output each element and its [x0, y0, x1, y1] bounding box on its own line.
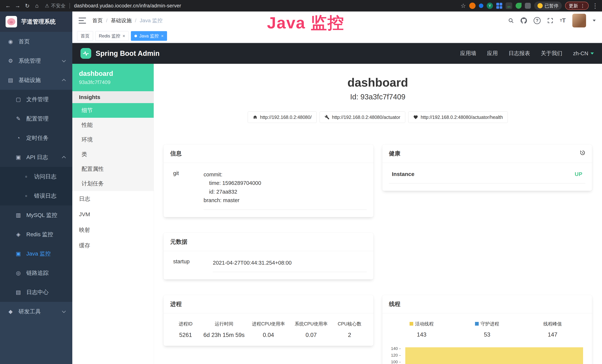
process-col-header: 运行时间	[201, 321, 247, 327]
chevron-down-icon[interactable]	[593, 20, 596, 21]
extension-icon[interactable]	[525, 3, 531, 9]
breadcrumb-infrastructure[interactable]: 基础设施	[111, 17, 132, 24]
sba-menu-mappings[interactable]: 映射	[72, 222, 154, 238]
sba-nav-journal[interactable]: 日志报表	[509, 50, 530, 57]
chart-area-band	[405, 347, 583, 364]
hamburger-icon[interactable]	[79, 18, 86, 23]
sidebar-item-label: 日志中心	[26, 289, 49, 296]
extension-icon[interactable]	[469, 3, 475, 9]
sidebar-item-error-log[interactable]: ▫ 错误日志	[0, 186, 72, 205]
actuator-url-button[interactable]: http://192.168.0.2:48080/actuator	[320, 111, 405, 123]
sidebar-item-scheduled-jobs[interactable]: ◔ 定时任务	[0, 128, 72, 148]
breadcrumb-separator: /	[135, 18, 137, 23]
font-size-icon[interactable]: TT	[560, 17, 566, 24]
sba-nav-about[interactable]: 关于我们	[541, 50, 562, 57]
sidebar-item-redis-monitor[interactable]: ◈ Redis 监控	[0, 225, 72, 244]
close-icon[interactable]: ×	[161, 33, 163, 39]
github-icon[interactable]	[521, 17, 527, 24]
sba-menu-logging[interactable]: 日志	[72, 191, 154, 207]
process-col-header: 进程CPU使用率	[247, 321, 290, 327]
update-button[interactable]: 更新 ⋮	[565, 2, 589, 10]
sidebar-item-access-log[interactable]: ▫ 访问日志	[0, 167, 72, 186]
extension-icon[interactable]: Y	[487, 3, 493, 9]
process-value: 0.04	[247, 332, 290, 338]
avatar[interactable]	[572, 14, 586, 27]
sba-main: dashboard Id: 93a3fc7f7409 http://192.16…	[154, 64, 602, 364]
sba-menu-jvm[interactable]: JVM	[72, 207, 154, 222]
sidebar-item-file-management[interactable]: ▢ 文件管理	[0, 90, 72, 109]
sba-menu-scheduled-tasks[interactable]: 计划任务	[72, 176, 154, 191]
sidebar-item-log-center[interactable]: ▤ 日志中心	[0, 283, 72, 302]
sidebar-item-api-log[interactable]: ▣ API 日志	[0, 148, 72, 167]
sba-header: Spring Boot Admin 应用墙 应用 日志报表 关于我们 zh-CN	[72, 43, 602, 64]
browser-forward-icon[interactable]: →	[13, 1, 22, 10]
sidebar-item-system[interactable]: ⚙ 系统管理	[0, 51, 72, 70]
sba-menu-caches[interactable]: 缓存	[72, 238, 154, 253]
extension-icon[interactable]	[516, 3, 522, 9]
fullscreen-icon[interactable]	[547, 18, 553, 23]
sidebar-item-home[interactable]: ◉ 首页	[0, 32, 72, 51]
help-icon[interactable]: ?	[534, 17, 541, 24]
legend-label: 线程峰值	[543, 321, 562, 327]
sidebar-item-mysql-monitor[interactable]: ▥ MySQL 监控	[0, 205, 72, 225]
paused-badge[interactable]: 已暂停	[534, 1, 562, 10]
sidebar-item-label: 定时任务	[26, 134, 49, 142]
process-value: 2	[333, 332, 366, 338]
doc-icon: ▫	[23, 173, 30, 180]
sidebar-item-dev-tools[interactable]: ◆ 研发工具	[0, 302, 72, 321]
process-value: 6d 23h 15m 59s	[201, 332, 247, 338]
sidebar-item-label: 研发工具	[19, 308, 41, 315]
browser-bar: ← → ↻ ⌂ ⚠ 不安全 dashboard.yudao.iocoder.cn…	[0, 0, 602, 11]
locale-selector[interactable]: zh-CN	[573, 50, 594, 57]
sidebar-item-config-management[interactable]: ✎ 配置管理	[0, 109, 72, 128]
extension-icon[interactable]: on	[505, 2, 512, 9]
legend-value: 147	[520, 331, 585, 338]
sidebar-item-infrastructure[interactable]: ▤ 基础设施	[0, 70, 72, 90]
url-bar[interactable]: dashboard.yudao.iocoder.cn/infra/admin-s…	[74, 3, 181, 9]
doc-icon: ▫	[23, 193, 30, 199]
breadcrumb-home[interactable]: 首页	[92, 17, 103, 24]
search-icon[interactable]	[508, 18, 514, 23]
health-url-button[interactable]: http://192.168.0.2:48080/actuator/health	[408, 111, 508, 123]
sba-menu-environment[interactable]: 环境	[72, 132, 154, 147]
sba-menu-details[interactable]: 细节	[72, 103, 154, 118]
metadata-card: 元数据 startup 2021-04-27T00:44:31.254+08:0…	[163, 233, 373, 279]
browser-home-icon[interactable]: ⌂	[33, 1, 41, 10]
browser-reload-icon[interactable]: ↻	[23, 1, 32, 10]
sidebar-logo[interactable]: 芋道管理系统	[0, 11, 72, 32]
info-line: branch: master	[204, 196, 367, 204]
history-icon[interactable]	[579, 150, 585, 157]
sidebar-item-java-monitor[interactable]: ▣ Java 监控	[0, 244, 72, 263]
sba-menu-classes[interactable]: 类	[72, 147, 154, 162]
close-icon[interactable]: ×	[123, 33, 125, 39]
sba-brand[interactable]: Spring Boot Admin	[96, 50, 160, 57]
sidebar-item-label: MySQL 监控	[26, 211, 57, 219]
security-chip[interactable]: ⚠ 不安全	[45, 3, 65, 9]
tab-home[interactable]: 首页	[77, 31, 93, 41]
sidebar-item-label: Java 监控	[26, 250, 51, 257]
bookmark-star-icon[interactable]: ☆	[461, 2, 466, 9]
database-icon: ▥	[15, 212, 22, 218]
tab-java-monitor[interactable]: Java 监控 ×	[131, 31, 167, 41]
chevron-down-icon	[62, 309, 66, 313]
browser-menu-icon[interactable]: ⋮	[592, 2, 598, 10]
extension-icon[interactable]	[479, 3, 483, 8]
sba-logo-icon[interactable]	[80, 48, 91, 59]
tab-redis-monitor[interactable]: Redis 监控 ×	[95, 31, 129, 41]
sba-body: dashboard 93a3fc7f7409 Insights 细节 性能 环境…	[72, 64, 602, 364]
sidebar-item-tracing[interactable]: ◎ 链路追踪	[0, 263, 72, 283]
browser-back-icon[interactable]: ←	[4, 1, 12, 10]
sba-menu-metrics[interactable]: 性能	[72, 118, 154, 132]
service-url-button[interactable]: http://192.168.0.2:48080/	[248, 111, 317, 123]
sba-nav-applications[interactable]: 应用	[487, 50, 498, 57]
sba-menu-config-props[interactable]: 配置属性	[72, 162, 154, 176]
log-center-icon: ▤	[15, 289, 22, 295]
extension-icon[interactable]	[496, 3, 502, 9]
info-line: commit:	[204, 170, 367, 179]
sba-app-header[interactable]: dashboard 93a3fc7f7409	[72, 64, 154, 91]
health-instance-row[interactable]: Instance UP	[389, 170, 585, 183]
sba-nav-wallboard[interactable]: 应用墙	[460, 50, 476, 57]
process-card-title: 进程	[170, 300, 182, 308]
process-card: 进程 进程ID 运行时间 进程CPU使用率 系统CPU使用率 CPU核心数 52…	[163, 295, 373, 346]
sba-menu-group-insights: Insights	[72, 91, 154, 103]
